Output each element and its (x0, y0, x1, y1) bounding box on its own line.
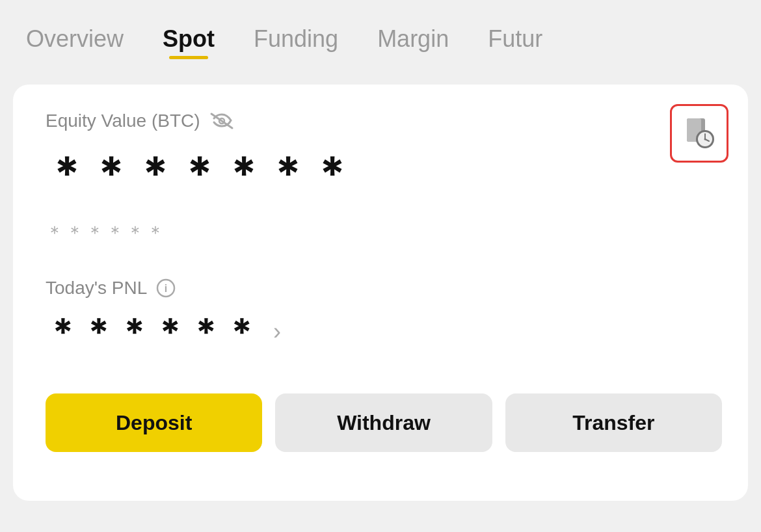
tab-bar: Overview Spot Funding Margin Futur (0, 0, 761, 85)
pnl-chevron-right-icon[interactable]: › (273, 318, 281, 345)
tab-spot[interactable]: Spot (163, 25, 215, 59)
tab-funding-label: Funding (254, 25, 338, 53)
tab-overview-label: Overview (26, 25, 124, 53)
equity-value: ＊＊＊＊＊＊＊ (46, 144, 722, 201)
action-buttons: Deposit Withdraw Transfer (46, 393, 722, 452)
tab-margin[interactable]: Margin (377, 25, 449, 59)
deposit-button[interactable]: Deposit (46, 393, 262, 452)
svg-text:i: i (165, 283, 167, 294)
tab-futures-label: Futur (488, 25, 542, 53)
tab-overview[interactable]: Overview (26, 25, 124, 59)
main-card: Equity Value (BTC) ＊＊＊＊＊＊＊ ＊＊＊＊＊＊ Today'… (13, 85, 748, 501)
report-icon (682, 116, 717, 151)
pnl-value: ＊＊＊＊＊＊ (46, 309, 260, 354)
tab-spot-label: Spot (163, 25, 215, 53)
pnl-value-row: ＊＊＊＊＊＊ › (46, 309, 722, 354)
pnl-label: Today's PNL (46, 278, 147, 299)
withdraw-button[interactable]: Withdraw (275, 393, 492, 452)
tab-margin-label: Margin (377, 25, 449, 53)
tab-funding[interactable]: Funding (254, 25, 338, 59)
equity-label: Equity Value (BTC) (46, 111, 200, 131)
transfer-button[interactable]: Transfer (505, 393, 722, 452)
hide-balance-icon[interactable] (209, 112, 234, 130)
pnl-label-row: Today's PNL i (46, 278, 722, 299)
report-icon-button[interactable] (670, 104, 728, 163)
tab-spot-indicator (169, 56, 208, 59)
tab-futures[interactable]: Futur (488, 25, 542, 59)
sub-value: ＊＊＊＊＊＊ (46, 220, 722, 245)
equity-label-row: Equity Value (BTC) (46, 111, 722, 131)
svg-point-6 (704, 139, 706, 140)
info-icon[interactable]: i (156, 278, 176, 298)
